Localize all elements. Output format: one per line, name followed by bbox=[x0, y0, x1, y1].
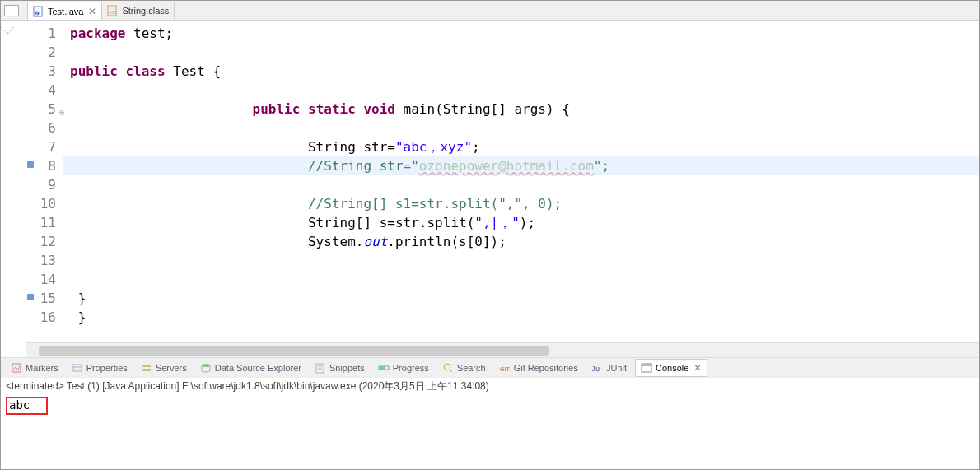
line-number[interactable]: 16 bbox=[26, 308, 63, 327]
line-number[interactable]: 14 bbox=[26, 270, 63, 289]
view-tab-label: Git Repositories bbox=[514, 363, 578, 373]
view-tab-servers[interactable]: Servers bbox=[136, 359, 192, 377]
line-number[interactable]: 10 bbox=[26, 194, 63, 213]
view-tab-git-repositories[interactable]: GITGit Repositories bbox=[494, 359, 583, 377]
line-number[interactable]: 15 bbox=[26, 289, 63, 308]
folding-ruler-icon bbox=[1, 21, 14, 34]
view-tab-label: Data Source Explorer bbox=[215, 363, 301, 373]
code-line[interactable]: String str="abc，xyz"; bbox=[63, 137, 979, 156]
console-status: <terminated> Test (1) [Java Application]… bbox=[1, 377, 979, 395]
tab-label: Test.java bbox=[48, 7, 83, 16]
line-number[interactable]: 4 bbox=[26, 81, 63, 100]
close-icon[interactable]: ✕ bbox=[693, 362, 702, 374]
code-line[interactable]: public class Test { bbox=[63, 62, 979, 81]
svg-line-17 bbox=[450, 370, 452, 372]
snippets-icon bbox=[315, 362, 326, 374]
line-number[interactable]: 6 bbox=[26, 119, 63, 137]
code-line[interactable]: public static void main(String[] args) { bbox=[63, 100, 979, 119]
view-tab-search[interactable]: Search bbox=[437, 359, 491, 377]
line-number[interactable]: 5⊖ bbox=[26, 100, 63, 119]
code-line[interactable]: } bbox=[63, 308, 979, 327]
view-tab-label: Properties bbox=[86, 363, 128, 373]
close-icon[interactable]: ✕ bbox=[88, 6, 96, 17]
line-number[interactable]: 9 bbox=[26, 175, 63, 194]
code-editor: 12345⊖678910111213141516 package test; p… bbox=[1, 21, 979, 342]
bottom-views-tabs: MarkersPropertiesServersData Source Expl… bbox=[1, 357, 979, 377]
scrollbar-thumb[interactable] bbox=[39, 346, 549, 356]
properties-icon bbox=[72, 362, 83, 374]
svg-point-10 bbox=[202, 364, 210, 367]
svg-rect-9 bbox=[142, 369, 151, 371]
progress-icon bbox=[378, 362, 390, 374]
line-number-gutter[interactable]: 12345⊖678910111213141516 bbox=[26, 21, 63, 342]
svg-rect-6 bbox=[73, 365, 82, 371]
horizontal-scrollbar[interactable] bbox=[26, 342, 979, 357]
view-tab-label: Search bbox=[457, 363, 486, 373]
tab-test-java[interactable]: J Test.java ✕ bbox=[27, 2, 102, 20]
svg-rect-21 bbox=[642, 364, 651, 366]
view-tab-junit[interactable]: JᴜJUnit bbox=[586, 359, 632, 377]
view-tab-data-source-explorer[interactable]: Data Source Explorer bbox=[195, 359, 306, 377]
java-file-icon: J bbox=[33, 6, 44, 17]
code-line[interactable]: //String str="ozonepower@hotmail.com"; bbox=[63, 156, 979, 175]
console-icon bbox=[641, 362, 652, 374]
servers-icon bbox=[141, 362, 152, 374]
svg-rect-8 bbox=[142, 365, 151, 367]
datasource-icon bbox=[200, 362, 212, 374]
line-number[interactable]: 8 bbox=[26, 156, 63, 175]
junit-icon: Jᴜ bbox=[591, 362, 603, 374]
line-number[interactable]: 12 bbox=[26, 232, 63, 251]
line-number[interactable]: 7 bbox=[26, 137, 63, 156]
code-line[interactable] bbox=[63, 43, 979, 62]
view-tab-progress[interactable]: Progress bbox=[373, 359, 434, 377]
tab-label: String.class bbox=[122, 6, 169, 16]
code-line[interactable]: } bbox=[63, 289, 979, 308]
markers-icon bbox=[11, 362, 22, 374]
view-tab-label: JUnit bbox=[606, 363, 627, 373]
code-line[interactable] bbox=[63, 81, 979, 100]
code-line[interactable]: package test; bbox=[63, 24, 979, 43]
console-output-line: abc bbox=[6, 397, 48, 415]
view-tab-properties[interactable]: Properties bbox=[67, 359, 133, 377]
tab-group-handle[interactable] bbox=[4, 5, 19, 16]
line-number[interactable]: 3 bbox=[26, 62, 63, 81]
view-tab-label: Servers bbox=[156, 363, 187, 373]
code-line[interactable]: System.out.println(s[0]); bbox=[63, 232, 979, 251]
console-output[interactable]: abc bbox=[1, 395, 979, 469]
code-line[interactable] bbox=[63, 119, 979, 137]
line-number[interactable]: 2 bbox=[26, 43, 63, 62]
svg-point-16 bbox=[444, 364, 450, 370]
line-number[interactable]: 11 bbox=[26, 213, 63, 232]
code-line[interactable] bbox=[63, 175, 979, 194]
view-tab-console[interactable]: Console✕ bbox=[635, 359, 707, 377]
git-icon: GIT bbox=[499, 362, 511, 374]
editor-tabs: J Test.java ✕ 101 String.class bbox=[1, 1, 979, 21]
code-line[interactable]: String[] s=str.split(",|，"); bbox=[63, 213, 979, 232]
view-tab-snippets[interactable]: Snippets bbox=[310, 359, 370, 377]
tab-string-class[interactable]: 101 String.class bbox=[102, 2, 175, 20]
class-file-icon: 101 bbox=[107, 5, 119, 16]
view-tab-label: Snippets bbox=[329, 363, 365, 373]
view-tab-label: Progress bbox=[393, 363, 429, 373]
line-number[interactable]: 13 bbox=[26, 251, 63, 270]
search-icon bbox=[442, 362, 454, 374]
view-tab-markers[interactable]: Markers bbox=[6, 359, 63, 377]
eclipse-editor-layout: J Test.java ✕ 101 String.class 12345⊖678… bbox=[1, 1, 979, 469]
svg-text:J: J bbox=[35, 11, 38, 16]
svg-text:Jᴜ: Jᴜ bbox=[591, 365, 600, 373]
view-tab-label: Markers bbox=[26, 363, 58, 373]
view-tab-label: Console bbox=[656, 363, 688, 373]
code-line[interactable]: //String[] s1=str.split(",", 0); bbox=[63, 194, 979, 213]
code-text-area[interactable]: package test; public class Test { public… bbox=[63, 21, 979, 342]
code-line[interactable] bbox=[63, 270, 979, 289]
code-line[interactable] bbox=[63, 251, 979, 270]
svg-text:101: 101 bbox=[109, 10, 118, 15]
svg-rect-15 bbox=[379, 366, 385, 370]
svg-text:GIT: GIT bbox=[500, 366, 510, 372]
line-number[interactable]: 1 bbox=[26, 24, 63, 43]
